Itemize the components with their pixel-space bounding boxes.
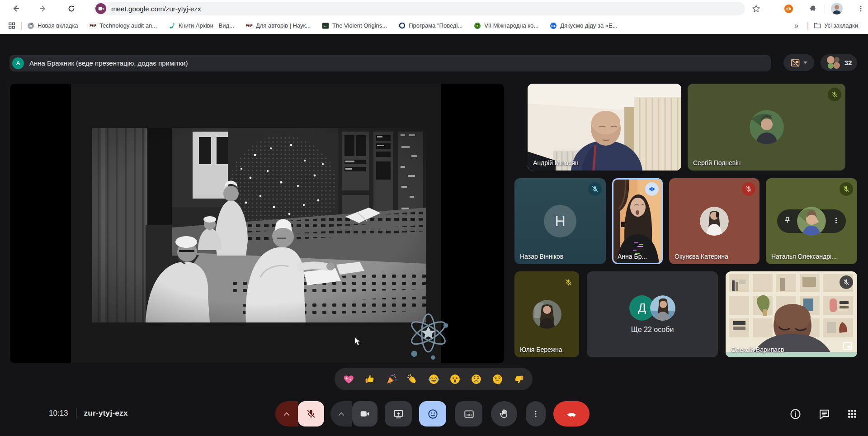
bookmark-technology-audit[interactable]: PKP Technology audit an... <box>90 22 157 29</box>
presenter-banner-text: Анна Бражник (веде презентацію, додає пр… <box>29 59 188 67</box>
camera-options-chevron[interactable] <box>330 401 352 427</box>
more-people-label: Ще 22 особи <box>631 326 674 334</box>
extensions-puzzle-icon[interactable] <box>807 3 818 14</box>
svg-text:CC: CC <box>466 412 472 417</box>
bookmark-mizhnarodna-ko[interactable]: VII Міжнародна ко... <box>474 22 538 29</box>
end-call-button[interactable] <box>553 401 590 427</box>
reaction-face-with-tears-of-joy-icon[interactable] <box>427 373 440 385</box>
participant-avatars-cluster <box>826 56 841 70</box>
profile-avatar[interactable] <box>831 3 843 14</box>
meeting-info: 10:13 zur-ytyj-ezx <box>49 408 128 418</box>
tile-yuliia-berezhna[interactable]: Юлія Бережна <box>514 271 579 357</box>
reaction-crying-face-icon[interactable] <box>470 373 482 385</box>
participant-name: Окунєва Катерина <box>675 253 728 260</box>
camera-in-use-icon[interactable] <box>95 3 106 14</box>
dark-book-icon: km <box>322 22 329 29</box>
participant-name: Назар Вінніков <box>520 253 563 260</box>
apps-grid-icon[interactable] <box>8 22 15 29</box>
reaction-party-popper-icon[interactable] <box>385 373 397 385</box>
more-people-photo-avatar <box>650 295 675 321</box>
mic-options-chevron[interactable] <box>275 401 298 427</box>
reactions-button[interactable] <box>419 401 446 427</box>
back-icon[interactable] <box>10 3 21 14</box>
bookmarks-overflow-chevron[interactable]: » <box>791 22 802 30</box>
tile-anna-brazhnyk[interactable]: Анна Бр... <box>612 178 663 264</box>
bookmarks-divider <box>807 22 808 30</box>
participants-button[interactable]: 32 <box>821 54 857 71</box>
meeting-details-icon[interactable] <box>789 408 801 420</box>
pkp-icon: PKP <box>245 22 253 29</box>
letterbox-left <box>10 84 71 363</box>
camera-toggle-button[interactable] <box>352 401 377 427</box>
bookmark-new-tab[interactable]: Новая вкладка <box>27 22 78 29</box>
bookmark-violent-origins[interactable]: km The Violent Origins... <box>322 22 387 29</box>
all-bookmarks-button[interactable]: Усі закладки <box>814 22 858 29</box>
mic-muted-icon <box>742 182 755 196</box>
ua-icon: UA <box>550 22 557 29</box>
raise-hand-button[interactable] <box>491 401 517 427</box>
presenter-avatar: А <box>12 57 24 69</box>
toolbar-divider <box>825 4 825 13</box>
reaction-sparkling-heart-icon[interactable] <box>342 373 355 385</box>
participant-name: Сергій Подневін <box>693 159 741 166</box>
tile-serhii-podnevin[interactable]: Сергій Подневін <box>688 84 845 171</box>
activities-grid-icon[interactable] <box>846 408 858 420</box>
present-screen-button[interactable] <box>385 401 412 427</box>
picture-in-picture-icon[interactable] <box>843 341 853 353</box>
reaction-thumbs-up-icon[interactable] <box>363 373 376 385</box>
reaction-surprised-face-icon[interactable] <box>448 373 461 385</box>
participant-photo-avatar <box>750 110 784 144</box>
mic-muted-icon <box>588 182 602 196</box>
url-text[interactable]: meet.google.com/zur-ytyj-ezx <box>111 5 201 13</box>
speaking-indicator-icon <box>645 182 659 196</box>
forward-icon[interactable] <box>38 3 49 14</box>
chrome-icon <box>27 22 34 29</box>
bookmarks-bar: Новая вкладка PKP Technology audit an...… <box>0 17 868 34</box>
mic-muted-icon <box>840 275 853 289</box>
chevron-down-icon <box>803 61 808 64</box>
reaction-clapping-hands-icon[interactable] <box>406 373 419 385</box>
teal-bird-icon <box>168 22 175 29</box>
mic-muted-icon <box>828 88 841 101</box>
more-options-button[interactable] <box>526 401 546 427</box>
tile-andrii-minosian[interactable]: Андрій Міносян <box>528 84 681 171</box>
camera-control-group <box>330 401 377 427</box>
browser-menu-icon[interactable] <box>855 3 866 14</box>
mic-toggle-button[interactable] <box>298 401 324 427</box>
meet-window: meet.google.com/zur-ytyj-ezx Новая вклад <box>0 0 868 436</box>
green-badge-icon <box>474 22 481 29</box>
chat-icon[interactable] <box>818 408 830 420</box>
video-feed <box>726 271 857 357</box>
reload-icon[interactable] <box>66 3 77 14</box>
layout-picker-button[interactable] <box>783 54 814 71</box>
mic-muted-icon <box>840 182 853 196</box>
tile-nazar-vinnikov[interactable]: Н Назар Вінніков <box>514 178 606 264</box>
audio-extension-icon[interactable] <box>783 3 794 14</box>
svg-text:UA: UA <box>551 24 556 27</box>
tile-natalia-oleksandrivna[interactable]: Наталья Олександрі... <box>766 178 857 264</box>
participant-name: Анна Бр... <box>618 253 647 260</box>
bookmark-dyakuemo-didu[interactable]: UA Дякуємо діду за «Е... <box>550 22 617 29</box>
reaction-thinking-face-icon[interactable] <box>491 373 504 385</box>
tile-oleksii-varypaiev[interactable]: Олексій Варипаєв <box>726 271 857 357</box>
participant-letter-avatar: Н <box>544 205 576 237</box>
tile-okunieva-kateryna[interactable]: Окунєва Катерина <box>669 178 760 264</box>
bookmark-knigi-arhivy[interactable]: Книги Архіви - Вид... <box>168 22 234 29</box>
captions-button[interactable]: CC <box>455 401 482 427</box>
video-feed <box>528 84 681 171</box>
layout-icon <box>790 58 800 68</box>
mic-control-group <box>275 401 324 427</box>
folder-icon <box>814 22 821 29</box>
clock-time: 10:13 <box>49 409 68 418</box>
meeting-code: zur-ytyj-ezx <box>84 409 128 418</box>
bookmark-star-icon[interactable] <box>750 3 761 14</box>
bookmark-dlya-avtoriv[interactable]: PKP Для авторів | Наук... <box>245 22 311 29</box>
bookmark-programa-povedi[interactable]: Програма "Поведі... <box>398 22 462 29</box>
participant-name: Юлія Бережна <box>520 346 562 353</box>
address-bar[interactable]: meet.google.com/zur-ytyj-ezx <box>94 2 745 15</box>
reaction-thumbs-down-icon[interactable] <box>512 373 525 385</box>
participant-photo-avatar <box>533 300 561 329</box>
mouse-cursor <box>354 336 362 349</box>
tile-more-people[interactable]: Д Ще 22 особи <box>587 271 718 357</box>
reactions-bar <box>335 368 533 390</box>
